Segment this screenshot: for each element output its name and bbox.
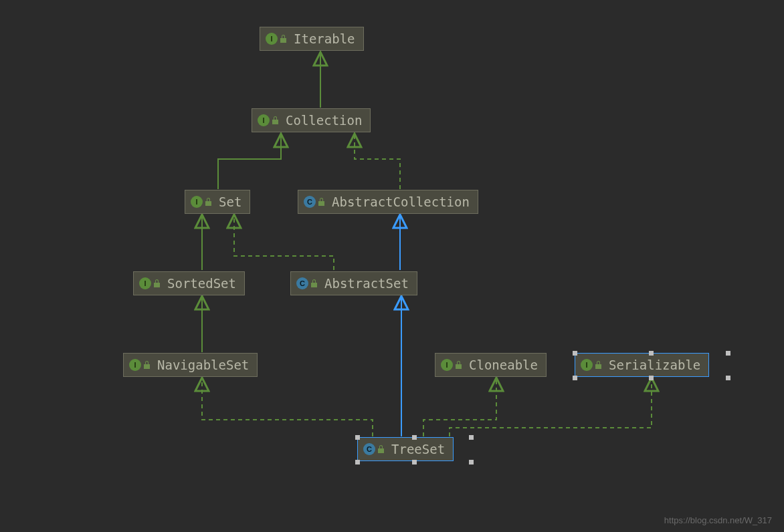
class-icon: C: [363, 443, 375, 455]
selection-handle[interactable]: [412, 435, 417, 440]
interface-icon: I: [191, 196, 203, 208]
node-treeset[interactable]: C TreeSet: [357, 437, 454, 461]
node-set[interactable]: I Set: [185, 190, 250, 214]
node-label: AbstractCollection: [332, 194, 470, 209]
node-abstractset[interactable]: C AbstractSet: [290, 271, 417, 295]
selection-handle[interactable]: [573, 351, 577, 356]
edge-abstractcollection-collection: [355, 135, 400, 189]
node-label: Iterable: [294, 31, 355, 46]
lock-icon: [272, 116, 279, 124]
node-label: Collection: [286, 113, 362, 128]
edge-abstractset-set: [234, 216, 334, 270]
node-abstractcollection[interactable]: C AbstractCollection: [298, 190, 478, 214]
interface-icon: I: [129, 359, 141, 371]
lock-icon: [456, 361, 462, 369]
selection-handle[interactable]: [469, 460, 474, 464]
edge-set-collection: [218, 135, 281, 189]
lock-icon: [595, 361, 602, 369]
lock-icon: [154, 279, 161, 287]
edge-treeset-cloneable: [423, 379, 496, 436]
edge-treeset-navigableset: [202, 379, 373, 436]
selection-handle[interactable]: [412, 460, 417, 464]
interface-icon: I: [258, 114, 270, 126]
selection-handle[interactable]: [469, 435, 474, 440]
selection-handle[interactable]: [726, 376, 730, 380]
lock-icon: [311, 279, 318, 287]
abstract-class-icon: C: [296, 277, 308, 289]
interface-icon: I: [441, 359, 453, 371]
selection-handle[interactable]: [726, 351, 730, 356]
node-collection[interactable]: I Collection: [252, 108, 371, 132]
node-label: Set: [219, 194, 241, 209]
node-navigableset[interactable]: I NavigableSet: [123, 353, 258, 377]
watermark-text: https://blog.csdn.net/W_317: [664, 515, 772, 525]
interface-icon: I: [266, 33, 278, 45]
selection-handle[interactable]: [649, 351, 654, 356]
lock-icon: [318, 198, 325, 206]
node-label: TreeSet: [391, 442, 445, 456]
node-serializable[interactable]: I Serializable: [575, 353, 709, 377]
node-label: Serializable: [609, 358, 700, 372]
node-iterable[interactable]: I Iterable: [260, 27, 364, 51]
interface-icon: I: [139, 277, 151, 289]
node-label: Cloneable: [469, 358, 538, 372]
node-label: NavigableSet: [157, 358, 249, 372]
node-label: AbstractSet: [324, 276, 409, 291]
selection-handle[interactable]: [355, 460, 360, 464]
interface-icon: I: [581, 359, 593, 371]
node-label: SortedSet: [167, 276, 236, 291]
node-sortedset[interactable]: I SortedSet: [133, 271, 245, 295]
selection-handle[interactable]: [573, 376, 577, 380]
edge-treeset-serializable: [450, 379, 652, 436]
selection-handle[interactable]: [649, 376, 654, 380]
lock-icon: [378, 445, 385, 453]
abstract-class-icon: C: [304, 196, 316, 208]
lock-icon: [280, 35, 287, 43]
selection-handle[interactable]: [355, 435, 360, 440]
node-cloneable[interactable]: I Cloneable: [435, 353, 547, 377]
lock-icon: [144, 361, 151, 369]
lock-icon: [205, 198, 212, 206]
